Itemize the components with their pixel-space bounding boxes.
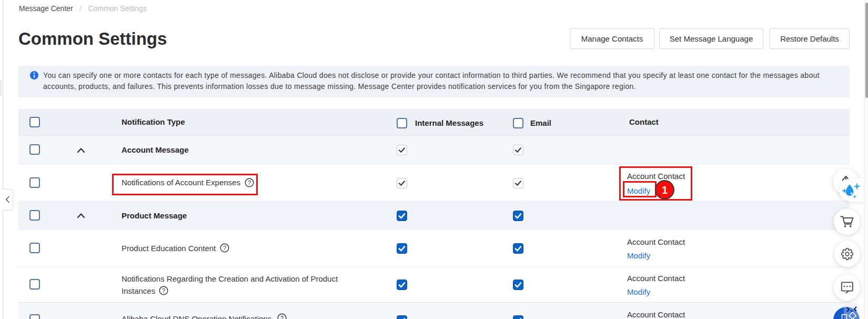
svg-text:?: ? [223,245,226,251]
svg-text:?: ? [280,315,284,319]
svg-text:?: ? [162,287,165,294]
